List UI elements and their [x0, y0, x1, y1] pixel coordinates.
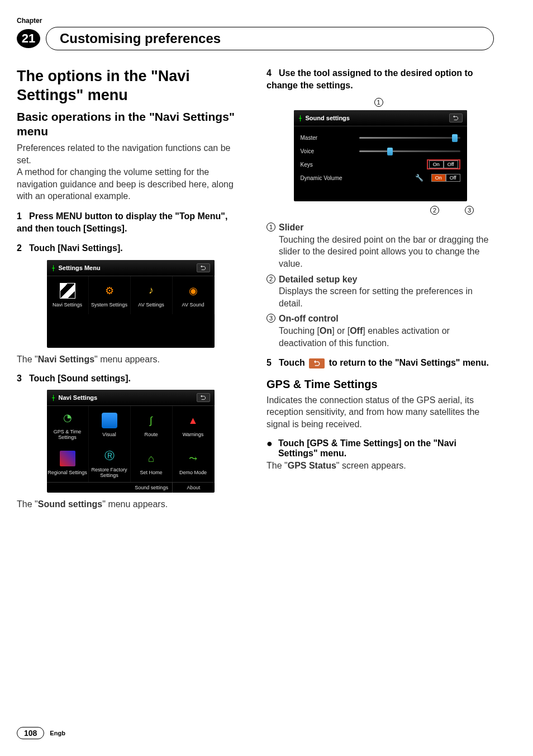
off-button[interactable]: Off — [446, 174, 460, 182]
route-cell[interactable]: ∫Route — [131, 406, 173, 444]
bullet-text: Touch [GPS & Time Settings] on the "Navi… — [278, 438, 494, 459]
circled-number: 2 — [266, 275, 275, 284]
slider-thumb[interactable] — [387, 148, 393, 155]
section-heading: The options in the "Navi Settings" menu — [17, 67, 244, 105]
restore-cell[interactable]: ⓇRestore Factory Settings — [89, 444, 131, 482]
step-number: 2 — [17, 242, 29, 254]
cell-label: Navi Settings — [53, 302, 82, 308]
on-button[interactable]: On — [429, 160, 444, 168]
step-number: 3 — [17, 372, 29, 385]
back-button[interactable]: ⮌ — [197, 393, 210, 402]
result-text-2: The "Sound settings" menu appears. — [17, 499, 244, 509]
navi-settings-cell[interactable]: Navi Settings — [47, 276, 89, 314]
left-column: The options in the "Navi Settings" menu … — [17, 67, 244, 516]
chapter-number-badge: 21 — [17, 29, 40, 48]
visual-cell[interactable]: Visual — [89, 406, 131, 444]
cell-label: Restore Factory Settings — [89, 467, 130, 478]
av-settings-cell[interactable]: ♪AV Settings — [131, 276, 173, 314]
step-1: 1Press MENU button to display the "Top M… — [17, 210, 244, 234]
warning-icon: ▲ — [185, 413, 201, 428]
gps-time-cell[interactable]: ◔GPS & Time Settings — [47, 406, 89, 444]
demo-icon: ⤳ — [185, 451, 201, 466]
callout-2: 2 — [430, 206, 439, 215]
definition-1: 1 SliderTouching the desired point on th… — [266, 221, 494, 270]
set-home-cell[interactable]: ⌂Set Home — [131, 444, 173, 482]
back-button[interactable]: ⮌ — [197, 263, 210, 272]
route-icon: ∫ — [144, 413, 159, 428]
step-3: 3Touch [Sound settings]. — [17, 372, 244, 385]
on-button[interactable]: On — [431, 174, 446, 182]
sound-settings-tab[interactable]: Sound settings — [131, 483, 173, 493]
step-5: 5Touch ⮌ to return to the "Navi Settings… — [266, 357, 494, 369]
row-label: Keys — [301, 162, 354, 168]
result-text-1: The "Navi Settings" menu appears. — [17, 355, 244, 365]
subsection-heading: Basic operations in the "Navi Settings" … — [17, 110, 244, 139]
slider-thumb[interactable] — [452, 134, 458, 142]
row-label: Master — [301, 135, 354, 141]
step-text: to return to the "Navi Settings" menu. — [326, 358, 489, 367]
callout-3: 3 — [465, 206, 474, 215]
cell-label: Visual — [102, 432, 116, 437]
keys-onoff-highlight: On Off — [427, 159, 460, 169]
cell-label: AV Settings — [138, 302, 164, 308]
screenshot-navi-settings: ⟊Navi Settings ⮌ ◔GPS & Time Settings Vi… — [47, 390, 215, 493]
music-note-icon: ♪ — [144, 283, 159, 299]
gps-heading: GPS & Time Settings — [266, 378, 494, 391]
voice-slider[interactable] — [359, 150, 460, 152]
circled-number: 1 — [266, 223, 275, 231]
regional-cell[interactable]: Regional Settings — [47, 444, 89, 482]
row-label: Dynamic Volume — [301, 175, 354, 181]
intro-paragraph: Preferences related to the navigation fu… — [17, 142, 244, 202]
speaker-icon: ◉ — [185, 283, 201, 299]
step-text: Press MENU button to display the "Top Me… — [17, 211, 227, 233]
def-body: Touching the desired point on the bar or… — [279, 235, 488, 268]
def-bold: On — [320, 326, 332, 336]
cell-label: Regional Settings — [47, 470, 87, 475]
def-head: On-off control — [279, 314, 339, 323]
cell-label: GPS & Time Settings — [47, 429, 88, 440]
warnings-cell[interactable]: ▲Warnings — [173, 406, 215, 444]
gps-instruction: ● Touch [GPS & Time Settings] on the "Na… — [266, 438, 494, 459]
off-button[interactable]: Off — [444, 160, 458, 168]
dynamic-onoff: On Off — [431, 174, 460, 182]
step-number: 1 — [17, 210, 29, 223]
av-sound-cell[interactable]: ◉AV Sound — [173, 276, 215, 314]
chapter-header: 21 Customising preferences — [17, 27, 494, 50]
bullet-icon: ● — [266, 438, 273, 459]
restore-icon: Ⓡ — [102, 448, 117, 464]
gear-icon: ⚙ — [102, 283, 117, 299]
def-body: Displays the screen for setting the pref… — [279, 286, 473, 308]
row-label: Voice — [301, 148, 354, 154]
subheading-light: Navi Settings — [155, 110, 229, 123]
master-row: Master — [294, 131, 467, 144]
master-slider[interactable] — [359, 137, 460, 139]
back-button[interactable]: ⮌ — [449, 114, 463, 122]
keys-row: Keys On Off — [294, 158, 467, 171]
cell-label: AV Sound — [182, 302, 204, 308]
about-tab[interactable]: About — [173, 483, 214, 493]
wrench-icon[interactable]: 🔧 — [415, 174, 423, 182]
callout-1: 1 — [374, 98, 383, 107]
language-code: Engb — [50, 730, 65, 736]
def-body: ] or [ — [332, 326, 350, 336]
right-column: 4Use the tool assigned to the desired op… — [266, 67, 494, 516]
heading-text: The options in the " — [17, 68, 158, 84]
step-text: Touch — [279, 358, 307, 367]
flag-icon — [60, 283, 75, 299]
cell-label: System Settings — [91, 302, 127, 308]
definition-3: 3 On-off control Touching [On] or [Off] … — [266, 313, 494, 349]
def-body: Touching [ — [279, 326, 320, 336]
region-icon — [60, 451, 75, 466]
screenshot-sound-settings: ⟊Sound settings ⮌ Master Voice Keys — [294, 110, 467, 201]
dynamic-volume-row: Dynamic Volume 🔧 On Off — [294, 171, 467, 185]
shot-title: Navi Settings — [59, 394, 98, 401]
step-text: Touch [Sound settings]. — [29, 374, 131, 383]
chapter-title: Customising preferences — [46, 27, 494, 50]
gps-body: Indicates the connection status of the G… — [266, 394, 494, 431]
shot-title: Sound settings — [306, 115, 350, 121]
step-4: 4Use the tool assigned to the desired op… — [266, 67, 494, 91]
screen-icon — [102, 413, 117, 428]
demo-cell[interactable]: ⤳Demo Mode — [173, 444, 215, 482]
system-settings-cell[interactable]: ⚙System Settings — [89, 276, 131, 314]
page-footer: 108 Engb — [17, 727, 65, 739]
